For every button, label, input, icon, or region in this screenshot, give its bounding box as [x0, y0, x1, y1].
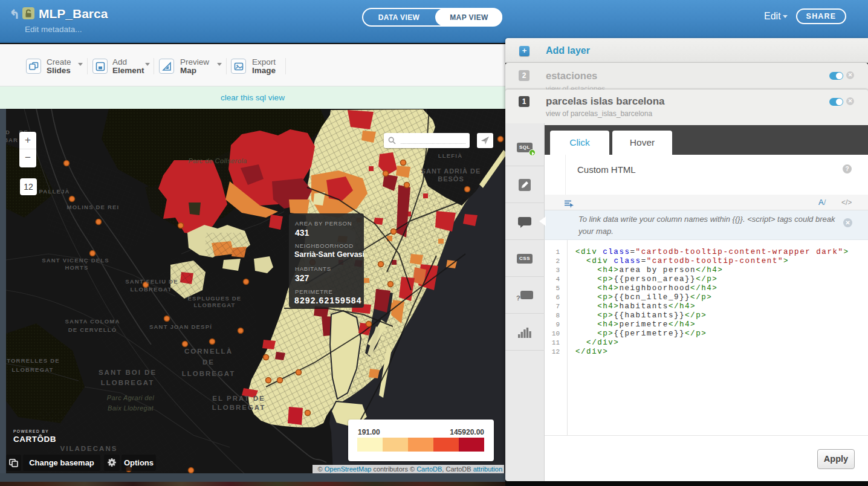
svg-text:Parc Agrari del: Parc Agrari del: [107, 394, 154, 401]
svg-text:SANT JOAN DESPÍ: SANT JOAN DESPÍ: [149, 323, 212, 330]
svg-text:SANT ADRIÀ DE: SANT ADRIÀ DE: [421, 167, 481, 175]
svg-text:LLOBREGAT: LLOBREGAT: [212, 404, 266, 411]
svg-text:EL PRAT DE: EL PRAT DE: [212, 395, 265, 402]
svg-text:HORTS: HORTS: [65, 264, 88, 271]
svg-text:SANT VICENÇ DELS: SANT VICENÇ DELS: [42, 257, 109, 264]
svg-text:BESÒS: BESÒS: [438, 175, 464, 183]
svg-text:LLOBREGAT: LLOBREGAT: [193, 302, 235, 308]
svg-text:MOLINS DE REI: MOLINS DE REI: [67, 204, 120, 210]
svg-text:TORRELLES DE: TORRELLES DE: [7, 357, 60, 364]
svg-text:SANT BOI DE: SANT BOI DE: [99, 369, 157, 376]
svg-text:PALLEJÀ: PALLEJÀ: [39, 188, 70, 195]
svg-text:LLEFIÀ: LLEFIÀ: [438, 152, 462, 159]
svg-text:Parc de Collserola: Parc de Collserola: [188, 157, 247, 164]
svg-text:LLOBREGAT: LLOBREGAT: [130, 286, 172, 293]
svg-text:SANTA COLOMA: SANTA COLOMA: [65, 318, 120, 325]
svg-text:CORNELLÀ: CORNELLÀ: [184, 348, 233, 355]
svg-text:LLOBREGAT: LLOBREGAT: [182, 370, 236, 377]
svg-text:LLOBREGAT: LLOBREGAT: [101, 379, 155, 386]
svg-text:ESPLUGUES DE: ESPLUGUES DE: [188, 295, 242, 302]
svg-text:Baix Llobregat: Baix Llobregat: [108, 404, 154, 412]
svg-text:DE: DE: [202, 358, 215, 366]
svg-text:SANT FELIU DE: SANT FELIU DE: [125, 278, 178, 285]
svg-text:LLOBREGAT: LLOBREGAT: [11, 366, 53, 373]
svg-text:DE CERVELLÓ: DE CERVELLÓ: [68, 326, 117, 333]
svg-text:VILADECANS: VILADECANS: [60, 445, 118, 452]
